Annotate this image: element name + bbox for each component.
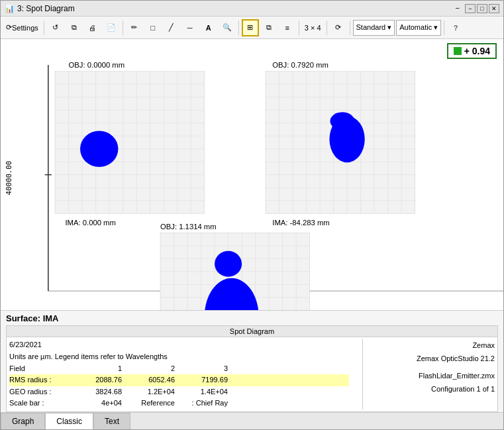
line-tool-button[interactable]: ╱ <box>163 19 180 36</box>
close-button[interactable]: ✕ <box>489 4 499 13</box>
data-table-content: 6/23/2021 Units are µm. Legend items ref… <box>7 337 497 411</box>
data-table-header: Spot Diagram <box>7 326 497 337</box>
data-right-col: Zemax Zemax OpticStudio 21.2 FlashLidar_… <box>362 339 495 409</box>
pencil-icon: ✏ <box>131 23 137 32</box>
grid-size-label: 3 × 4 <box>302 24 324 32</box>
grid-button[interactable]: ⊞ <box>242 19 259 36</box>
layout-icon: ⧉ <box>266 23 272 32</box>
text-icon: A <box>206 24 211 32</box>
text-tool-button[interactable]: A <box>200 19 217 36</box>
units-row: Units are µm. Legend items refer to Wave… <box>9 351 349 363</box>
rms-col1: 2088.76 <box>76 374 122 386</box>
maximize-button[interactable]: □ <box>477 4 487 13</box>
scale-col1: 4e+04 <box>76 398 122 409</box>
copy-icon: ⧉ <box>72 23 77 32</box>
line-icon: ╱ <box>169 23 174 32</box>
automatic-dropdown[interactable]: Automatic ▾ <box>396 20 441 36</box>
spot-blob-tr-top <box>330 112 354 130</box>
dash-tool-button[interactable]: ─ <box>181 19 199 36</box>
title-bar-controls: − − □ ✕ <box>456 4 499 13</box>
text-tab[interactable]: Text <box>93 413 130 429</box>
tabs-bar: Graph Classic Text <box>1 412 503 429</box>
dash-icon: ─ <box>187 24 193 32</box>
date-row: 6/23/2021 <box>9 339 349 351</box>
toolbar-separator-4 <box>299 21 299 35</box>
rotate-icon: ⟳ <box>335 23 341 32</box>
magnify-tool-button[interactable]: 🔍 <box>219 19 236 36</box>
scale-col2: Reference <box>128 398 175 409</box>
ima-label-tr: IMA: -84.283 mm <box>272 219 329 227</box>
stack-button[interactable]: ≡ <box>279 19 296 36</box>
rect-icon: □ <box>150 24 155 32</box>
toolbar-separator-5 <box>327 21 327 35</box>
scale-col3: : Chief Ray <box>181 398 228 409</box>
minimize-button[interactable]: − <box>465 4 476 13</box>
draw-tool-button[interactable]: ✏ <box>126 19 143 36</box>
toolbar-separator-2 <box>123 21 123 35</box>
print-button[interactable]: 🖨 <box>84 19 101 36</box>
standard-dropdown[interactable]: Standard ▾ <box>353 20 395 36</box>
obj-label-tl: OBJ: 0.0000 mm <box>69 61 125 69</box>
config-label: Configuration 1 of 1 <box>370 383 495 396</box>
spot-blob-tl <box>80 131 118 167</box>
spot-blob-bc-top <box>215 251 242 277</box>
rms-row: RMS radius : 2088.76 6052.46 7199.69 <box>9 374 349 386</box>
main-window: 📊 3: Spot Diagram − − □ ✕ ⟳ Settings ↺ ⧉… <box>0 0 504 430</box>
info-section: Surface: IMA Spot Diagram 6/23/2021 Unit… <box>1 310 503 412</box>
layout-button[interactable]: ⧉ <box>260 19 277 36</box>
settings-icon: ⟳ <box>6 23 12 32</box>
surface-title: Surface: IMA <box>6 313 498 323</box>
data-left-col: 6/23/2021 Units are µm. Legend items ref… <box>9 339 349 409</box>
ima-label-tl: IMA: 0.000 mm <box>65 219 115 227</box>
window-title: 3: Spot Diagram <box>17 4 75 13</box>
toolbar-separator-3 <box>238 21 239 35</box>
scale-label: Scale bar : <box>9 398 69 409</box>
spot-diagram-svg: 40000.00 <box>1 39 503 310</box>
title-bar-left: 📊 3: Spot Diagram <box>5 4 75 13</box>
classic-tab[interactable]: Classic <box>45 413 93 429</box>
rms-col2: 6052.46 <box>128 374 175 386</box>
refresh-icon: ↺ <box>52 23 58 32</box>
diagram-area: 40000.00 <box>1 39 503 310</box>
refresh-button[interactable]: ↺ <box>47 19 64 36</box>
score-badge: + 0.94 <box>447 43 497 59</box>
obj-label-tr: OBJ: 0.7920 mm <box>272 61 328 69</box>
magnify-icon: 🔍 <box>223 23 232 32</box>
grid-icon: ⊞ <box>247 23 253 32</box>
graph-tab[interactable]: Graph <box>1 413 45 429</box>
data-table: Spot Diagram 6/23/2021 Units are µm. Leg… <box>6 325 498 412</box>
help-button[interactable]: ? <box>447 19 464 36</box>
toolbar: ⟳ Settings ↺ ⧉ 🖨 📄 ✏ □ ╱ ─ A <box>1 17 503 39</box>
toolbar-separator-7 <box>444 21 444 35</box>
toolbar-separator-1 <box>44 21 44 35</box>
geo-col2: 1.2E+04 <box>128 386 175 398</box>
scale-row: Scale bar : 4e+04 Reference : Chief Ray <box>9 398 349 409</box>
settings-button[interactable]: ⟳ Settings <box>3 19 41 36</box>
title-bar: 📊 3: Spot Diagram − − □ ✕ <box>1 1 503 17</box>
filename: FlashLidar_Emitter.zmx <box>370 370 495 383</box>
geo-col3: 1.4E+04 <box>181 386 228 398</box>
field-col3: 3 <box>181 363 228 375</box>
score-value: + 0.94 <box>464 46 490 56</box>
field-row: Field 1 2 3 <box>9 363 349 375</box>
field-col2: 2 <box>128 363 175 375</box>
main-area: + 0.94 40000.00 <box>1 39 503 429</box>
field-col1: 1 <box>76 363 122 375</box>
print-icon: 🖨 <box>89 24 96 32</box>
question-icon: ? <box>454 24 458 32</box>
copy-button[interactable]: ⧉ <box>66 19 83 36</box>
rms-col3: 7199.69 <box>181 374 228 386</box>
geo-row: GEO radius : 3824.68 1.2E+04 1.4E+04 <box>9 386 349 398</box>
rms-label: RMS radius : <box>9 374 69 386</box>
help-icon: − <box>456 4 460 13</box>
rotate-button[interactable]: ⟳ <box>330 19 347 36</box>
toolbar-separator-6 <box>350 21 350 35</box>
export-button[interactable]: 📄 <box>103 19 120 36</box>
obj-label-bc: OBJ: 1.1314 mm <box>160 223 217 231</box>
window-icon: 📊 <box>5 4 15 13</box>
svg-rect-3 <box>55 72 205 213</box>
rect-tool-button[interactable]: □ <box>144 19 162 36</box>
grid-top-left <box>55 72 205 213</box>
stack-icon: ≡ <box>285 24 289 32</box>
geo-col1: 3824.68 <box>76 386 122 398</box>
